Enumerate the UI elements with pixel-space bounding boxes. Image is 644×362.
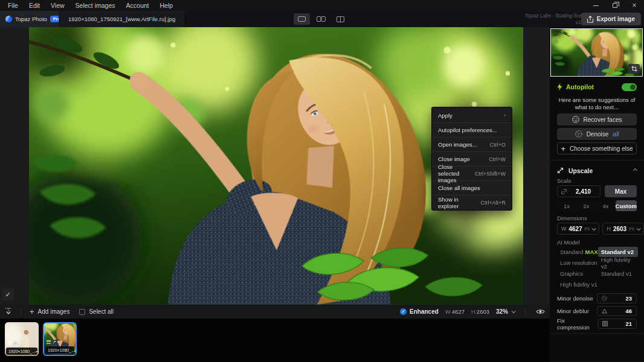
scale-label: Scale <box>557 177 572 184</box>
split-view-icon <box>317 16 326 22</box>
width-field[interactable]: W 4627 PX <box>557 223 599 235</box>
navigator-preview[interactable] <box>550 28 643 77</box>
single-view-button[interactable] <box>294 13 310 25</box>
context-menu-item-open-images[interactable]: Open images... Ctrl+O <box>432 137 512 151</box>
model-high-fidelity-v1[interactable]: High fidelity v1 <box>557 279 598 290</box>
app-logo-block: Topaz Photo Pro <box>0 11 59 27</box>
menu-file[interactable]: File <box>2 0 24 11</box>
toggle-knob <box>630 84 636 90</box>
maximize-button[interactable] <box>605 0 625 11</box>
zoom-level-dropdown[interactable]: 32% <box>496 308 515 315</box>
scale-1x-button[interactable]: 1x <box>557 200 576 211</box>
menu-item-shortcut: Ctrl+Shift+W <box>475 171 506 177</box>
toolbar-divider <box>21 308 21 316</box>
choose-something-else-button[interactable]: + Choose something else <box>557 142 637 154</box>
ai-model-grid: Standard MAX Standard v2 Low resolution … <box>557 247 638 290</box>
menu-item-shortcut: Ctrl+W <box>489 156 506 162</box>
minor-denoise-value: 23 <box>625 295 632 302</box>
collapse-section-icon[interactable] <box>633 168 637 173</box>
model-standard-v2[interactable]: Standard v2 <box>598 247 638 257</box>
close-button[interactable]: × <box>625 0 644 11</box>
chevron-down-icon <box>592 226 596 230</box>
compression-grid-icon <box>602 321 608 326</box>
select-all-checkbox[interactable] <box>79 309 85 315</box>
autopilot-toggle[interactable] <box>622 83 637 91</box>
menu-item-label: Apply <box>438 112 452 119</box>
canvas-check-button[interactable]: ✓ <box>2 288 14 300</box>
right-sidebar: Autopilot Here are some suggestions of w… <box>550 27 644 362</box>
enhanced-status[interactable]: ✓ Enhanced <box>400 308 439 315</box>
model-high-fidelity-v2[interactable]: High fidelity v2 <box>598 258 638 268</box>
thumbnail-overflow-menu[interactable]: ••• <box>75 348 77 352</box>
width-value: 4627 <box>569 226 582 232</box>
model-graphics[interactable]: Graphics <box>557 268 598 279</box>
menu-account[interactable]: Account <box>121 0 155 11</box>
filmstrip-thumbnail-1[interactable]: ↗ 1920×1080_... ••• <box>5 322 39 356</box>
denoise-scope: all <box>613 131 619 138</box>
collapse-filmstrip-button[interactable] <box>0 305 17 319</box>
scale-2x-button[interactable]: 2x <box>576 200 596 211</box>
dotted-arrow-down-icon <box>5 308 12 316</box>
crop-icon <box>631 66 637 72</box>
menu-select-images[interactable]: Select images <box>70 0 121 11</box>
menu-item-label: Autopilot preferences... <box>438 127 497 133</box>
context-menu-item-close-selected-images[interactable]: Close selected images Ctrl+Shift+W <box>432 166 512 180</box>
split-view-button[interactable] <box>313 13 329 25</box>
link-icon <box>561 189 567 194</box>
chevron-down-icon <box>512 309 516 313</box>
image-tab[interactable]: 1920×1080_1750921_[www.ArtFile.ru].jpg <box>59 11 185 27</box>
minimize-button[interactable] <box>586 0 605 11</box>
menu-edit[interactable]: Edit <box>24 0 45 11</box>
noise-icon <box>575 130 582 138</box>
menu-view[interactable]: View <box>45 0 70 11</box>
context-menu-item-apply[interactable]: Apply › <box>432 108 512 122</box>
output-height: H2603 <box>471 308 489 315</box>
fix-compression-value: 21 <box>625 320 632 327</box>
minor-denoise-input[interactable]: 23 <box>597 293 637 303</box>
recover-faces-button[interactable]: Recover faces <box>557 113 637 125</box>
crop-button[interactable] <box>628 64 640 74</box>
add-images-button[interactable]: + Add images <box>25 305 74 319</box>
height-value: 2603 <box>613 226 626 232</box>
thumbnail-overflow-menu[interactable]: ••• <box>36 349 39 354</box>
scale-controls: 2,410 Max <box>557 185 637 197</box>
fix-compression-label: Fix compression <box>557 317 597 331</box>
model-standard-max[interactable]: Standard MAX <box>557 247 598 257</box>
fix-compression-row: Fix compression 21 <box>557 319 637 329</box>
app-window: File Edit View Select images Account Hel… <box>0 0 644 362</box>
minor-deblur-input[interactable]: 46 <box>597 306 637 316</box>
menu-item-shortcut: Ctrl+Alt+R <box>480 200 506 206</box>
face-icon <box>572 116 579 123</box>
max-scale-button[interactable]: Max <box>605 185 637 197</box>
upscale-header[interactable]: Upscale <box>557 166 637 175</box>
thumbnail-status-icons: ↗ <box>7 341 17 346</box>
menu-item-shortcut: Ctrl+O <box>490 142 506 148</box>
upscale-icon <box>557 167 564 174</box>
menu-help[interactable]: Help <box>155 0 179 11</box>
side-by-side-view-button[interactable] <box>332 13 349 25</box>
height-field[interactable]: H 2603 PX <box>602 223 643 235</box>
add-images-label: Add images <box>38 308 70 315</box>
fix-compression-input[interactable]: 21 <box>597 319 637 329</box>
context-menu: Apply › Autopilot preferences... Open im… <box>431 107 512 211</box>
single-view-icon <box>298 16 306 22</box>
export-label: Export image <box>597 16 635 22</box>
denoise-button[interactable]: Denoise all <box>557 128 637 140</box>
scale-value-input[interactable]: 2,410 <box>557 185 601 197</box>
select-all-control[interactable]: Select all <box>74 305 118 319</box>
thumbnail-filename: 1920×1080_... <box>48 348 75 352</box>
model-standard-v1[interactable]: Standard v1 <box>598 268 638 279</box>
scale-custom-button[interactable]: Custom <box>616 200 637 211</box>
enhanced-label: Enhanced <box>410 308 439 315</box>
menu-bar: File Edit View Select images Account Hel… <box>0 0 644 11</box>
filmstrip-thumbnail-2-selected[interactable]: ↗ 1920×1080_... ••• <box>43 322 77 356</box>
plus-icon: + <box>30 307 34 316</box>
context-menu-item-autopilot-preferences[interactable]: Autopilot preferences... <box>432 122 512 137</box>
export-image-button[interactable]: Export image <box>581 13 641 25</box>
model-low-resolution[interactable]: Low resolution <box>557 258 598 268</box>
preview-eye-button[interactable] <box>536 308 545 315</box>
scale-4x-button[interactable]: 4x <box>596 200 615 211</box>
plus-icon: + <box>561 144 565 153</box>
context-menu-item-show-in-explorer[interactable]: Show in explorer Ctrl+Alt+R <box>432 195 512 209</box>
license-version: v1.0.1 <box>525 19 590 26</box>
